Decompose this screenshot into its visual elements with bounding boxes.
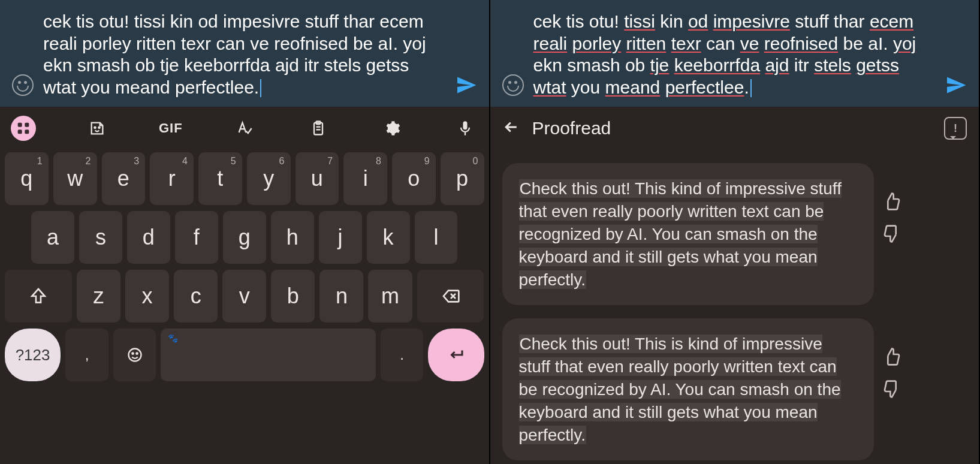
suggestion-card: Check this out! This kind of impressive … xyxy=(502,163,967,305)
key-h[interactable]: h xyxy=(271,211,314,264)
key-u[interactable]: u7 xyxy=(295,152,339,205)
space-key[interactable]: 🐾 xyxy=(161,329,375,381)
keyboard-row-2: asdfghjkl xyxy=(4,211,486,264)
svg-rect-2 xyxy=(18,130,22,134)
message-input-bar: cek tis otu! tissi kin od impesivre stuf… xyxy=(0,0,489,107)
settings-icon[interactable] xyxy=(379,116,405,141)
text-cursor xyxy=(260,79,261,97)
message-text: cek tis otu! tissi kin od impesivre stuf… xyxy=(533,11,916,97)
proofread-body: Check this out! This kind of impressive … xyxy=(490,150,979,464)
proofread-header: Proofread ! xyxy=(490,107,979,150)
enter-key[interactable] xyxy=(428,329,484,381)
key-s[interactable]: s xyxy=(79,211,122,264)
feedback-icon[interactable]: ! xyxy=(944,117,967,140)
keyboard-row-3: zxcvbnm xyxy=(4,270,486,323)
key-k[interactable]: k xyxy=(367,211,410,264)
key-q[interactable]: q1 xyxy=(5,152,49,205)
thumbs-down-icon[interactable] xyxy=(882,224,901,246)
key-r[interactable]: r4 xyxy=(150,152,194,205)
key-t[interactable]: t5 xyxy=(198,152,242,205)
proofread-title: Proofread xyxy=(532,118,933,138)
key-b[interactable]: b xyxy=(271,270,315,323)
key-l[interactable]: l xyxy=(415,211,458,264)
suggestion-actions xyxy=(882,163,901,246)
key-c[interactable]: c xyxy=(174,270,218,323)
key-n[interactable]: n xyxy=(319,270,363,323)
thumbs-up-icon[interactable] xyxy=(882,347,901,369)
sticker-icon[interactable] xyxy=(85,116,110,141)
svg-point-15 xyxy=(136,353,137,354)
keyboard-row-1: q1w2e3r4t5y6u7i8o9p0 xyxy=(4,152,486,205)
gif-icon[interactable]: GIF xyxy=(158,116,183,141)
suggestion-actions xyxy=(882,318,901,401)
mic-icon[interactable] xyxy=(453,116,478,141)
key-e[interactable]: e3 xyxy=(102,152,146,205)
key-i[interactable]: i8 xyxy=(343,152,387,205)
message-text-input[interactable]: cek tis otu! tissi kin od impesivre stuf… xyxy=(533,11,936,98)
send-button[interactable] xyxy=(456,74,477,96)
key-z[interactable]: z xyxy=(77,270,120,323)
key-y[interactable]: y6 xyxy=(247,152,291,205)
backspace-key[interactable] xyxy=(417,270,484,323)
emoji-key[interactable] xyxy=(113,329,156,381)
message-input-bar: cek tis otu! tissi kin od impesivre stuf… xyxy=(490,0,979,107)
key-j[interactable]: j xyxy=(319,211,362,264)
message-text-input[interactable]: cek tis otu! tissi kin od impesivre stuf… xyxy=(43,11,446,98)
key-m[interactable]: m xyxy=(368,270,412,323)
keyboard-toolbar: GIF xyxy=(0,107,489,150)
back-icon[interactable] xyxy=(502,118,520,138)
key-g[interactable]: g xyxy=(223,211,266,264)
keyboard: GIF q1w2e3r4t5y6u7i8o9p0 asdfghjkl xyxy=(0,107,489,464)
proofread-icon[interactable] xyxy=(232,116,257,141)
svg-rect-3 xyxy=(25,130,29,134)
shift-key[interactable] xyxy=(5,270,72,323)
clipboard-icon[interactable] xyxy=(306,116,331,141)
thumbs-down-icon[interactable] xyxy=(882,379,901,401)
key-v[interactable]: v xyxy=(222,270,266,323)
message-text: cek tis otu! tissi kin od impesivre stuf… xyxy=(43,11,426,97)
emoji-icon[interactable] xyxy=(12,74,34,96)
paw-icon: 🐾 xyxy=(168,333,178,343)
key-w[interactable]: w2 xyxy=(53,152,97,205)
right-pane: cek tis otu! tissi kin od impesivre stuf… xyxy=(490,0,981,464)
comma-key[interactable]: , xyxy=(65,329,108,381)
suggestion-text[interactable]: Check this out! This kind of impressive … xyxy=(502,163,874,305)
suggestion-card: Check this out! This is kind of impressi… xyxy=(502,318,967,460)
key-p[interactable]: p0 xyxy=(441,152,484,205)
period-key[interactable]: . xyxy=(381,329,424,381)
text-cursor xyxy=(750,79,752,97)
send-button[interactable] xyxy=(945,74,967,96)
key-o[interactable]: o9 xyxy=(392,152,436,205)
svg-rect-10 xyxy=(465,132,466,135)
keyboard-row-4: ?123 , 🐾 . xyxy=(4,329,486,381)
key-x[interactable]: x xyxy=(125,270,169,323)
svg-rect-0 xyxy=(18,123,22,127)
emoji-icon[interactable] xyxy=(502,74,524,96)
svg-point-13 xyxy=(128,349,141,361)
symbols-key[interactable]: ?123 xyxy=(5,329,61,381)
svg-rect-1 xyxy=(25,123,29,127)
key-a[interactable]: a xyxy=(31,211,74,264)
thumbs-up-icon[interactable] xyxy=(882,192,901,213)
apps-icon[interactable] xyxy=(11,116,36,141)
left-pane: cek tis otu! tissi kin od impesivre stuf… xyxy=(0,0,490,464)
svg-point-14 xyxy=(132,353,133,354)
suggestion-text[interactable]: Check this out! This is kind of impressi… xyxy=(502,318,874,460)
svg-point-4 xyxy=(94,127,95,128)
key-f[interactable]: f xyxy=(175,211,218,264)
svg-point-5 xyxy=(98,127,99,128)
key-d[interactable]: d xyxy=(127,211,170,264)
keyboard-rows: q1w2e3r4t5y6u7i8o9p0 asdfghjkl zxcvbnm ?… xyxy=(0,150,489,464)
